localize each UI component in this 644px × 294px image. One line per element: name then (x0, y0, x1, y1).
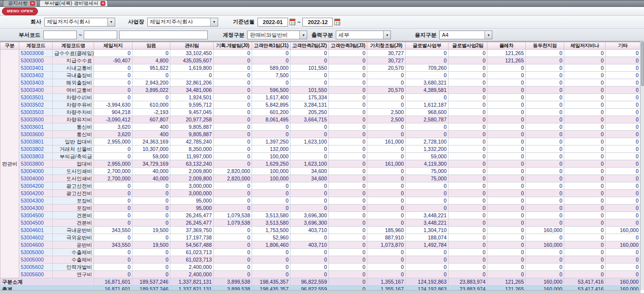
cell-account-name[interactable]: 시내교통비 (53, 64, 94, 72)
column-header-9[interactable]: 고객만족3팀(J3) (329, 42, 367, 50)
column-header-4[interactable]: 임원 (132, 42, 170, 50)
cell-value[interactable]: 0 (214, 153, 252, 160)
cell-account-code[interactable]: 53004000 (19, 175, 53, 182)
cell-value[interactable]: 403,710 (290, 227, 329, 234)
cell-value[interactable]: 951,822 (132, 64, 170, 72)
cell-value[interactable]: 2,009,800 (170, 168, 214, 175)
cell-account-code[interactable]: 53005000 (19, 256, 53, 264)
cell-value[interactable]: 34,600 (290, 175, 329, 182)
cell-account-name[interactable]: 거래처 선물비 (53, 146, 94, 153)
cell-value[interactable]: 0 (290, 205, 329, 212)
cell-value[interactable]: 0 (252, 190, 290, 197)
cell-value[interactable]: 0 (214, 101, 252, 109)
cell-value[interactable]: 4,119,300 (406, 160, 449, 168)
cell-value[interactable]: 1,397,250 (252, 138, 290, 146)
cell-value[interactable]: 0 (94, 79, 132, 87)
cell-value[interactable]: 0 (606, 123, 641, 131)
cell-value[interactable]: 1,073,870 (367, 241, 406, 249)
table-row[interactable]: 53003802거래처 선물비010,307,0008,350,0000132,… (0, 146, 641, 153)
cell-account-name[interactable]: 견본비 (53, 219, 94, 227)
cell-value[interactable]: 0 (329, 94, 367, 101)
table-row[interactable]: 53004500견본비0026,245,4771,079,5383,513,58… (0, 212, 641, 219)
cell-value[interactable]: 188,074 (406, 234, 449, 241)
calendar-icon[interactable] (334, 19, 340, 25)
cell-value[interactable]: 0 (406, 72, 449, 79)
cell-value[interactable]: 0 (564, 50, 606, 57)
cell-value[interactable]: 0 (526, 87, 564, 94)
cell-value[interactable]: 0 (526, 197, 564, 205)
table-row[interactable]: 53005000수출제비0061,023,71300000000000 (0, 249, 641, 256)
cell-value[interactable]: 0 (449, 160, 487, 168)
cell-account-name[interactable]: 통신비 (53, 123, 94, 131)
cell-value[interactable]: 3,664,715 (290, 116, 329, 123)
cell-value[interactable]: 0 (406, 123, 449, 131)
cell-value[interactable]: 3,448,221 (406, 219, 449, 227)
table-row[interactable]: 53003800접대비2,955,00034,729,16963,132,240… (0, 160, 641, 168)
cell-value[interactable]: 0 (406, 264, 449, 271)
cell-value[interactable]: 1,079,538 (214, 212, 252, 219)
cell-value[interactable]: 0 (526, 94, 564, 101)
cell-value[interactable]: 0 (367, 101, 406, 109)
cell-value[interactable]: 0 (487, 87, 526, 94)
cell-value[interactable]: 0 (329, 57, 367, 64)
cell-value[interactable]: 0 (329, 190, 367, 197)
cell-value[interactable]: 0 (94, 197, 132, 205)
cell-value[interactable]: 0 (526, 50, 564, 57)
cell-value[interactable]: 0 (367, 197, 406, 205)
cell-value[interactable]: 0 (487, 109, 526, 116)
cell-value[interactable]: 0 (487, 249, 526, 256)
cell-value[interactable]: 9,457,045 (170, 109, 214, 116)
cell-value[interactable]: 7,500 (252, 72, 290, 79)
cell-value[interactable]: 0 (487, 212, 526, 219)
cell-account-code[interactable]: 53004601 (19, 227, 53, 234)
cell-value[interactable]: 37,369,750 (170, 227, 214, 234)
cell-value[interactable]: 0 (449, 123, 487, 131)
cell-value[interactable]: 0 (214, 190, 252, 197)
cell-value[interactable]: 0 (367, 168, 406, 175)
table-row[interactable]: 53004200광고선전비003,000,00000000000000 (0, 190, 641, 197)
cell-value[interactable]: 5,842,895 (252, 101, 290, 109)
cell-value[interactable]: 0 (564, 101, 606, 109)
cell-value[interactable]: 0 (367, 146, 406, 153)
cell-account-name[interactable]: 국내운반비 (53, 227, 94, 234)
cell-account-name[interactable]: 연구비 (53, 271, 94, 278)
cell-account-code[interactable]: 53003400 (19, 87, 53, 94)
cell-value[interactable]: 0 (487, 94, 526, 101)
cell-value[interactable]: 0 (329, 227, 367, 234)
cell-value[interactable]: 0 (132, 264, 170, 271)
cell-value[interactable]: 3,620 (94, 123, 132, 131)
cell-value[interactable]: 3,513,580 (252, 219, 290, 227)
cell-value[interactable]: 0 (449, 271, 487, 278)
cell-value[interactable]: 0 (526, 249, 564, 256)
cell-account-code[interactable]: 53005000 (19, 249, 53, 256)
cell-value[interactable]: 0 (564, 234, 606, 241)
cell-value[interactable]: 0 (329, 101, 367, 109)
cell-value[interactable]: 0 (564, 116, 606, 123)
dept-name-field[interactable] (119, 30, 208, 39)
cell-account-code[interactable]: 53004200 (19, 182, 53, 190)
cell-value[interactable]: 61,023,713 (170, 249, 214, 256)
cell-value[interactable]: 2,955,000 (94, 160, 132, 168)
cell-value[interactable]: 0 (526, 190, 564, 197)
cell-value[interactable]: 9,805,887 (170, 123, 214, 131)
cell-account-name[interactable]: 차량수리비 (53, 94, 94, 101)
cell-value[interactable]: 0 (214, 131, 252, 138)
cell-value[interactable]: 343,550 (94, 241, 132, 249)
cell-value[interactable]: 0 (329, 146, 367, 153)
cell-value[interactable]: 0 (606, 249, 641, 256)
cell-value[interactable]: 0 (526, 182, 564, 190)
cell-value[interactable]: 2,009,800 (170, 175, 214, 182)
cell-value[interactable]: 0 (487, 116, 526, 123)
cell-value[interactable]: 0 (449, 264, 487, 271)
cell-value[interactable]: 0 (367, 153, 406, 160)
cell-account-name[interactable]: 국내출장비 (53, 72, 94, 79)
cell-value[interactable]: 0 (214, 160, 252, 168)
cell-value[interactable]: 0 (290, 79, 329, 87)
cell-value[interactable]: 0 (214, 116, 252, 123)
cell-value[interactable]: 0 (406, 131, 449, 138)
cell-value[interactable]: 0 (329, 182, 367, 190)
cell-value[interactable]: 0 (132, 182, 170, 190)
cell-value[interactable]: 2,820,000 (214, 168, 252, 175)
table-row[interactable]: 53003403해외출장비02,943,20032,861,206000003,… (0, 79, 641, 87)
cell-value[interactable]: 0 (606, 234, 641, 241)
